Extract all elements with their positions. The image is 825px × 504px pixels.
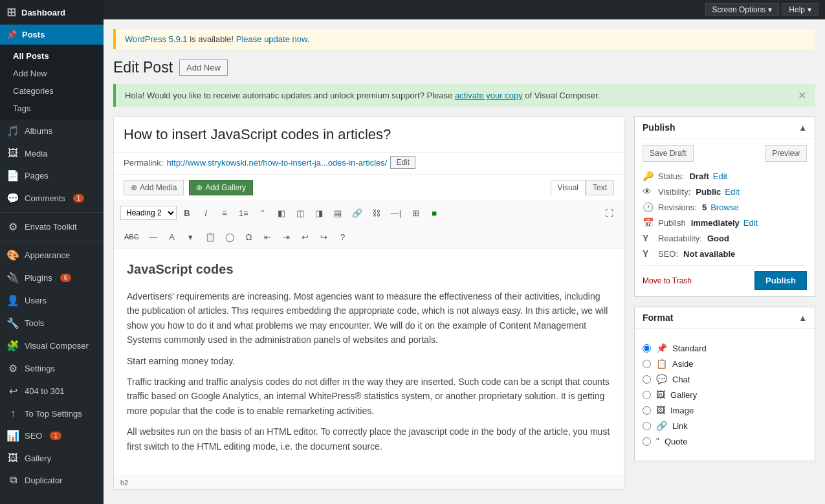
link-button[interactable]: 🔗 — [348, 204, 366, 221]
sidebar-item-albums[interactable]: 🎵 Albums — [0, 120, 104, 142]
format-chat-radio[interactable] — [643, 375, 651, 384]
insert-more-button[interactable]: —| — [387, 204, 405, 221]
plugins-label: Plugins — [25, 273, 52, 283]
revisions-label: Revisions: — [658, 203, 697, 212]
add-new-button[interactable]: Add New — [179, 60, 228, 76]
format-quote-radio[interactable] — [643, 437, 651, 446]
sidebar-item-users[interactable]: 👤 Users — [0, 289, 104, 312]
visibility-edit-link[interactable]: Edit — [725, 187, 739, 197]
unlink-button[interactable]: ⛓ — [368, 204, 385, 221]
clear-format-button[interactable]: ◯ — [221, 228, 239, 245]
sidebar-item-comments[interactable]: 💬 Comments 1 — [0, 187, 104, 210]
to-top-label: To Top Settings — [25, 409, 82, 419]
format-link-icon: 🔗 — [656, 421, 667, 431]
pages-icon: 📄 — [6, 170, 19, 182]
strikethrough-button[interactable]: ABC — [120, 228, 143, 245]
post-title-input[interactable] — [124, 124, 614, 146]
fullscreen-button[interactable]: ⛶ — [600, 204, 617, 221]
permalink-url[interactable]: http://www.strykowski.net/how-to-insert-… — [166, 158, 387, 168]
sidebar-item-plugins[interactable]: 🔌 Plugins 6 — [0, 267, 104, 289]
sidebar-item-gallery[interactable]: 🖼 Gallery — [0, 447, 104, 469]
blockquote-button[interactable]: " — [254, 204, 271, 221]
format-gallery-radio[interactable] — [643, 391, 651, 399]
update-now-link[interactable]: Please update now. — [236, 34, 309, 44]
move-to-trash-link[interactable]: Move to Trash — [643, 276, 692, 285]
permalink-edit-button[interactable]: Edit — [390, 156, 415, 169]
add-media-button[interactable]: ⊕ Add Media — [124, 180, 184, 195]
albums-icon: 🎵 — [6, 125, 19, 137]
format-box-toggle[interactable]: ▲ — [798, 313, 807, 323]
align-justify-button[interactable]: ▤ — [329, 204, 346, 221]
paste-text-button[interactable]: 📋 — [201, 228, 219, 245]
sidebar-item-seo[interactable]: 📊 SEO 1 — [0, 424, 104, 447]
publish-time-edit-link[interactable]: Edit — [743, 218, 758, 228]
sidebar-item-media[interactable]: 🖼 Media — [0, 142, 104, 164]
outdent-button[interactable]: ⇤ — [259, 228, 276, 245]
publish-button[interactable]: Publish — [754, 271, 807, 290]
align-left-button[interactable]: ◧ — [273, 204, 290, 221]
format-image-radio[interactable] — [643, 406, 651, 415]
visual-tab[interactable]: Visual — [551, 180, 586, 195]
sidebar-item-appearance[interactable]: 🎨 Appearance — [0, 244, 104, 267]
format-image-icon: 🖼 — [656, 405, 665, 415]
table-button[interactable]: ⊞ — [407, 204, 424, 221]
redo-button[interactable]: ↪ — [316, 228, 333, 245]
indent-button[interactable]: ⇥ — [278, 228, 295, 245]
bold-button[interactable]: B — [179, 204, 195, 221]
sidebar-item-envato[interactable]: ⚙ Envato Toolkit — [0, 215, 104, 238]
help-toolbar-button[interactable]: ? — [335, 228, 351, 245]
horizontal-rule-button[interactable]: — — [145, 228, 162, 245]
undo-button[interactable]: ↩ — [297, 228, 314, 245]
sidebar-item-tools[interactable]: 🔧 Tools — [0, 312, 104, 334]
format-aside-icon: 📋 — [656, 358, 667, 369]
format-aside-radio[interactable] — [643, 360, 651, 368]
sidebar-item-categories[interactable]: Categories — [0, 82, 104, 100]
sidebar-item-404-to-301[interactable]: ↩ 404 to 301 — [0, 380, 104, 402]
format-gallery: 🖼 Gallery — [643, 387, 807, 402]
publish-time-icon: 📅 — [643, 217, 654, 228]
publish-box-toggle[interactable]: ▲ — [798, 123, 807, 133]
align-center-button[interactable]: ◫ — [292, 204, 309, 221]
sidebar-item-to-top[interactable]: ↑ To Top Settings — [0, 402, 104, 424]
align-right-button[interactable]: ◨ — [311, 204, 327, 221]
help-button[interactable]: Help ▾ — [782, 3, 819, 16]
italic-button[interactable]: I — [197, 204, 214, 221]
editor-status-tag: h2 — [120, 479, 128, 487]
ordered-list-button[interactable]: 1≡ — [235, 204, 252, 221]
sidebar-item-pages[interactable]: 📄 Pages — [0, 164, 104, 187]
sidebar-item-visual-composer[interactable]: 🧩 Visual Composer — [0, 334, 104, 357]
sidebar-item-tags[interactable]: Tags — [0, 100, 104, 117]
add-gallery-button[interactable]: ⊕ Add Gallery — [189, 180, 253, 195]
unordered-list-button[interactable]: ≡ — [216, 204, 233, 221]
sidebar-item-posts[interactable]: 📌 Posts — [0, 25, 104, 45]
editor-content-area[interactable]: JavaScript codes Advertisers' requiremen… — [114, 249, 624, 476]
activate-copy-link[interactable]: activate your copy — [455, 91, 523, 100]
text-color-button[interactable]: A — [164, 228, 181, 245]
format-image-label: Image — [670, 406, 694, 415]
status-edit-link[interactable]: Edit — [713, 171, 727, 181]
publish-when: immediately — [691, 218, 740, 228]
text-tab[interactable]: Text — [586, 180, 614, 195]
screen-options-chevron: ▾ — [768, 5, 772, 14]
screen-options-button[interactable]: Screen Options ▾ — [705, 3, 780, 16]
revisions-value: 5 — [702, 203, 707, 212]
preview-button[interactable]: Preview — [765, 145, 807, 162]
tools-label: Tools — [25, 318, 44, 328]
sidebar-item-add-new[interactable]: Add New — [0, 65, 104, 82]
sidebar-item-all-posts[interactable]: All Posts — [0, 47, 104, 65]
text-color-dropdown[interactable]: ▾ — [182, 228, 199, 245]
format-chat: 💬 Chat — [643, 371, 807, 387]
save-draft-button[interactable]: Save Draft — [643, 145, 694, 162]
format-link-radio[interactable] — [643, 422, 651, 430]
permalink-label: Permalink: — [124, 158, 163, 168]
format-standard-radio[interactable] — [643, 344, 651, 353]
heading-select[interactable]: Heading 2 Heading 1 Heading 3 Paragraph — [120, 206, 177, 220]
info-bar-close[interactable]: ✕ — [798, 89, 806, 102]
wp-version-link[interactable]: WordPress 5.9.1 — [125, 34, 188, 44]
color-button[interactable]: ■ — [426, 204, 443, 221]
sidebar-item-duplicator[interactable]: ⧉ Duplicator — [0, 469, 104, 491]
sidebar-dashboard[interactable]: ⊞ Dashboard — [0, 0, 104, 25]
revisions-browse-link[interactable]: Browse — [710, 203, 738, 212]
sidebar-item-settings[interactable]: ⚙ Settings — [0, 357, 104, 380]
special-chars-button[interactable]: Ω — [241, 228, 258, 245]
